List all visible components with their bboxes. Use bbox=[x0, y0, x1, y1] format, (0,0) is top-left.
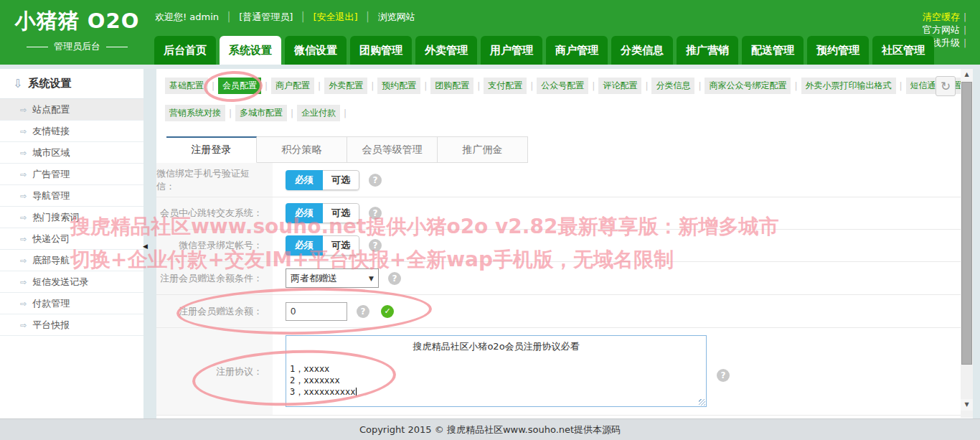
sidebar-collapse-handle[interactable]: ◀ bbox=[143, 243, 148, 250]
logo-subtitle: 管理员后台 bbox=[54, 40, 100, 53]
main-nav-tab[interactable]: 分类信息 bbox=[611, 36, 673, 65]
arrow-right-icon: ⇨ bbox=[20, 149, 27, 158]
help-icon[interactable]: ? bbox=[388, 272, 401, 285]
arrow-right-icon: ⇨ bbox=[20, 192, 27, 201]
subnav-button[interactable]: 外卖配置 bbox=[324, 78, 367, 94]
logo: 小猪猪 O2O 管理员后台 bbox=[0, 7, 154, 53]
subnav-button[interactable]: 分类信息 bbox=[651, 78, 694, 94]
toggle-on-button[interactable]: 必须 bbox=[286, 170, 323, 190]
sidebar-item-label: 城市区域 bbox=[32, 147, 70, 158]
copyright-text: Copyright 2015 © 搜虎精品社区www.souho.net提供本源… bbox=[359, 424, 621, 435]
main-nav-tab[interactable]: 用户管理 bbox=[481, 36, 542, 65]
arrow-right-icon: ⇨ bbox=[20, 321, 27, 330]
toggle-off-button[interactable]: 可选 bbox=[323, 235, 359, 256]
subnav-button[interactable]: 企业付款 bbox=[297, 105, 340, 121]
main-nav-tab[interactable]: 团购管理 bbox=[350, 36, 412, 65]
form-row-bonus-amount: 注册会员赠送余额： ? ✓ bbox=[156, 295, 961, 328]
main-nav-tab[interactable]: 外卖管理 bbox=[415, 36, 477, 65]
sidebar-item[interactable]: ⇨广告管理 bbox=[0, 164, 143, 185]
field-label: 注册会员赠送余额： bbox=[156, 295, 273, 327]
agreement-textarea[interactable]: 搜虎精品社区小猪o2o会员注册协议必看 1，xxxxx 2，xxxxxxx 3，… bbox=[286, 335, 707, 407]
content-tab[interactable]: 会员等级管理 bbox=[347, 136, 438, 163]
content-tab[interactable]: 推广佣金 bbox=[438, 136, 528, 163]
arrow-right-icon: ⇨ bbox=[20, 299, 27, 309]
toggle-on-button[interactable]: 必须 bbox=[286, 203, 323, 223]
help-icon[interactable]: ? bbox=[369, 207, 382, 220]
resize-handle-icon[interactable] bbox=[699, 399, 705, 406]
sidebar-item-label: 热门搜索词 bbox=[32, 212, 79, 223]
subnav-button[interactable]: 公众号配置 bbox=[537, 78, 588, 94]
sidebar-menu: ⇨站点配置 ⇨友情链接 ⇨城市区域 ⇨广告管理 ⇨导航管理 ⇨热门搜索词 ⇨快递… bbox=[0, 99, 143, 336]
subnav-button[interactable]: 商户配置 bbox=[271, 78, 314, 94]
subnav-button[interactable]: 支付配置 bbox=[484, 78, 527, 94]
header-quick-link[interactable]: 清空缓存 bbox=[923, 11, 960, 24]
sidebar-header: ⇩ 系统设置 bbox=[0, 69, 143, 99]
main-nav-tab[interactable]: 后台首页 bbox=[154, 36, 216, 65]
subnav-button[interactable]: 团购配置 bbox=[430, 78, 473, 94]
agreement-title: 搜虎精品社区小猪o2o会员注册协议必看 bbox=[286, 336, 706, 353]
footer: Copyright 2015 © 搜虎精品社区www.souho.net提供本源… bbox=[0, 418, 980, 440]
sidebar-item[interactable]: ⇨友情链接 bbox=[0, 121, 143, 142]
toggle-on-button[interactable]: 必须 bbox=[286, 235, 323, 256]
subnav-button[interactable]: 评论配置 bbox=[598, 78, 641, 94]
logout-link[interactable]: [安全退出] bbox=[313, 11, 357, 22]
scrollbar-thumb[interactable] bbox=[961, 82, 972, 365]
admin-page: 小猪猪 O2O 管理员后台 欢迎您! admin │ [普通管理员] │ [安全… bbox=[0, 0, 980, 440]
content-tab[interactable]: 积分策略 bbox=[257, 136, 347, 163]
scroll-up-icon[interactable]: ▲ bbox=[961, 69, 973, 80]
main-nav-tab[interactable]: 商户管理 bbox=[546, 36, 608, 65]
agreement-line: 2，xxxxxxx bbox=[290, 375, 706, 386]
agreement-line: 3，xxxxxxxxxx bbox=[290, 386, 706, 398]
subnav-button[interactable]: 商家公众号绑定配置 bbox=[705, 78, 791, 94]
main-nav-tab[interactable]: 推广营销 bbox=[677, 36, 738, 65]
sidebar-item[interactable]: ⇨快递公司 bbox=[0, 228, 143, 250]
field-label: 注册协议： bbox=[156, 328, 273, 415]
sidebar-item[interactable]: ⇨站点配置 bbox=[0, 99, 143, 121]
scroll-down-icon[interactable]: ▼ bbox=[961, 399, 973, 411]
bonus-amount-input[interactable] bbox=[286, 302, 347, 321]
separator: │ bbox=[301, 11, 306, 22]
browse-site-link[interactable]: 浏览网站 bbox=[378, 11, 415, 22]
content-tab[interactable]: 注册登录 bbox=[166, 136, 257, 163]
sidebar-item[interactable]: ⇨热门搜索词 bbox=[0, 207, 143, 228]
help-icon[interactable]: ? bbox=[717, 369, 730, 382]
toggle-off-button[interactable]: 可选 bbox=[323, 203, 359, 223]
separator: │ bbox=[226, 11, 232, 22]
main-nav: 后台首页 系统设置 微信设置 团购管理 外卖管理 用户管理 商户管理 分类信息 … bbox=[154, 36, 938, 65]
header-quick-link[interactable]: 官方网站 bbox=[923, 24, 960, 37]
scrollbar[interactable]: ▲ ▼ bbox=[961, 69, 973, 418]
subnav-button[interactable]: 基础配置 bbox=[165, 78, 208, 94]
subnav-button[interactable]: 多城市配置 bbox=[235, 105, 287, 121]
separator: │ bbox=[365, 11, 371, 22]
subnav-button[interactable]: 会员配置 bbox=[218, 78, 261, 94]
help-icon[interactable]: ? bbox=[369, 174, 382, 187]
logo-subtitle-row: 管理员后台 bbox=[0, 40, 154, 53]
subnav-button[interactable]: 外卖小票打印输出格式 bbox=[801, 78, 896, 94]
main-nav-tab[interactable]: 微信设置 bbox=[285, 36, 347, 65]
help-icon[interactable]: ? bbox=[369, 239, 382, 252]
sidebar: ⇩ 系统设置 ⇨站点配置 ⇨友情链接 ⇨城市区域 ⇨广告管理 ⇨导航管理 ⇨热门… bbox=[0, 69, 143, 418]
sidebar-item[interactable]: ⇨城市区域 bbox=[0, 142, 143, 164]
sidebar-item[interactable]: ⇨平台快报 bbox=[0, 314, 143, 336]
content-panel: 基础配置 会员配置 商户配置 外卖配置 预约配置 团购配置 支付配置 公众号配置… bbox=[156, 69, 973, 418]
sidebar-item-label: 付款管理 bbox=[32, 298, 70, 309]
main-nav-tab[interactable]: 社区管理 bbox=[872, 36, 934, 65]
sidebar-item[interactable]: ⇨导航管理 bbox=[0, 185, 143, 207]
sidebar-item[interactable]: ⇨短信发送记录 bbox=[0, 271, 143, 293]
main-nav-tab[interactable]: 系统设置 bbox=[220, 36, 281, 65]
agreement-line: 1，xxxxx bbox=[290, 363, 706, 375]
help-icon[interactable]: ? bbox=[357, 305, 369, 318]
role-label: [普通管理员] bbox=[239, 11, 293, 22]
subnav-button[interactable]: 预约配置 bbox=[377, 78, 420, 94]
form-row-sms-verify: 微信绑定手机号验证短信： 必须 可选 ? bbox=[156, 163, 961, 197]
bonus-condition-select[interactable]: 两者都赠送 ▼ bbox=[286, 268, 379, 288]
main-nav-tab[interactable]: 预约管理 bbox=[807, 36, 869, 65]
subnav-button[interactable]: 营销系统对接 bbox=[165, 105, 225, 121]
sidebar-item[interactable]: ⇨底部导航 bbox=[0, 250, 143, 271]
field-label: 微信登录绑定帐号： bbox=[156, 230, 273, 261]
refresh-button[interactable]: ↻ bbox=[936, 76, 956, 96]
main-nav-tab[interactable]: 配送管理 bbox=[742, 36, 804, 65]
toggle-off-button[interactable]: 可选 bbox=[323, 170, 359, 190]
sidebar-item[interactable]: ⇨付款管理 bbox=[0, 293, 143, 314]
arrow-right-icon: ⇨ bbox=[20, 256, 27, 266]
